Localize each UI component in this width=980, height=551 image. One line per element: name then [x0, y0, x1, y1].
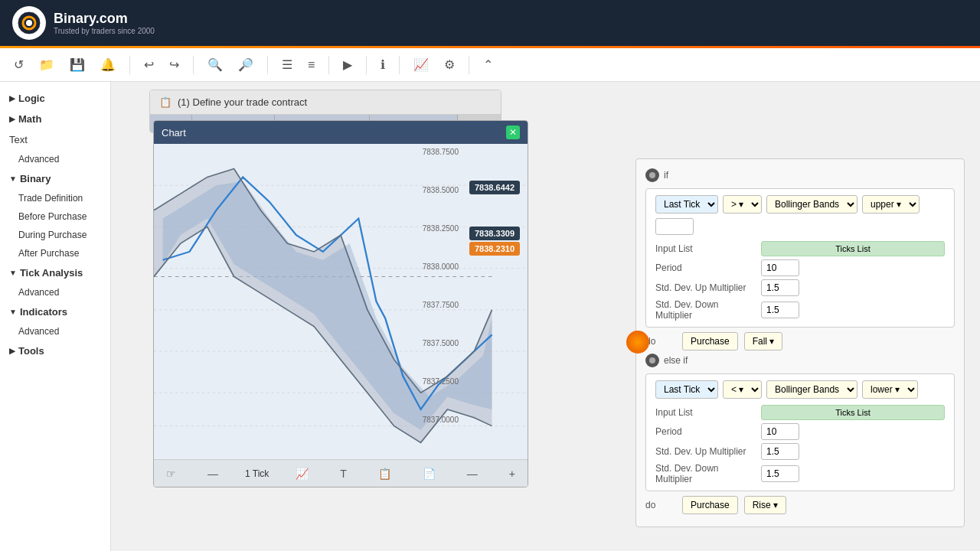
- trade-panel-icon: 📋: [159, 96, 172, 108]
- chart-title: Chart: [162, 127, 186, 139]
- sidebar-item-advanced-3[interactable]: Advanced: [0, 322, 110, 341]
- redo-button[interactable]: ↪: [165, 54, 184, 75]
- chart-tick-label: 1 Tick: [245, 468, 269, 479]
- rise-button[interactable]: Rise ▾: [744, 496, 786, 514]
- wrench-button[interactable]: ⚙: [439, 54, 459, 75]
- divider-6: [399, 56, 400, 74]
- if-indicator-select[interactable]: Bollinger Bands: [766, 195, 858, 214]
- alert-button[interactable]: 🔔: [96, 54, 120, 75]
- sidebar-item-after-purchase[interactable]: After Purchase: [0, 244, 110, 262]
- do-row-2: do Purchase Rise ▾: [645, 496, 955, 514]
- save-button[interactable]: 💾: [65, 54, 90, 75]
- caret-icon: ▼: [9, 269, 17, 277]
- chart-window: Chart ✕: [153, 120, 528, 487]
- if-std-down-input[interactable]: [761, 302, 799, 318]
- trade-panel-title: (1) Define your trade contract: [178, 96, 307, 108]
- else-input-list-label: Input List: [655, 407, 755, 418]
- y-label-4: 7838.0000: [423, 262, 459, 271]
- sidebar-item-math[interactable]: ▶ Math: [0, 109, 110, 129]
- chart-cursor-button[interactable]: ☞: [162, 466, 181, 481]
- sidebar-item-before-purchase[interactable]: Before Purchase: [0, 207, 110, 226]
- zoom-out-button[interactable]: 🔎: [234, 54, 258, 75]
- divider-4: [328, 56, 329, 74]
- chart-minus-button[interactable]: —: [203, 466, 223, 481]
- purchase-button-2[interactable]: Purchase: [682, 496, 738, 514]
- sidebar-item-logic[interactable]: ▶ Logic: [0, 88, 110, 109]
- chart-data-button[interactable]: 📋: [374, 466, 396, 481]
- sidebar-item-advanced-2[interactable]: Advanced: [0, 283, 110, 302]
- sidebar-item-tools[interactable]: ▶ Tools: [0, 341, 110, 361]
- sidebar-item-indicators[interactable]: ▼ Indicators: [0, 302, 110, 322]
- else-if-row: else if: [645, 354, 955, 367]
- chart-zoom-in-button[interactable]: +: [505, 466, 520, 481]
- else-std-up-label: Std. Dev. Up Multiplier: [655, 446, 755, 457]
- else-condition-row: Last Tick < ▾ Bollinger Bands lower ▾: [655, 380, 945, 399]
- caret-icon: ▼: [9, 174, 17, 183]
- sidebar-item-trade-definition[interactable]: Trade Definition: [0, 189, 110, 207]
- else-indicator-select[interactable]: Bollinger Bands: [766, 380, 858, 399]
- else-period-input[interactable]: [761, 423, 799, 440]
- if-std-up-input[interactable]: [761, 279, 799, 296]
- toolbar: ↺ 📁 💾 🔔 ↩ ↪ 🔍 🔎 ☰ ≡ ▶ ℹ 📈 ⚙ ⌃: [0, 48, 980, 82]
- fall-button[interactable]: Fall ▾: [744, 332, 783, 350]
- if-indicator-option-select[interactable]: upper ▾: [862, 195, 920, 214]
- sidebar-item-tick-analysis[interactable]: ▼ Tick Analysis: [0, 262, 110, 283]
- caret-icon: ▼: [9, 308, 17, 316]
- undo-button[interactable]: ↩: [139, 54, 158, 75]
- zoom-in-button[interactable]: 🔍: [203, 54, 227, 75]
- if-period-input[interactable]: [761, 259, 799, 276]
- y-label-2: 7838.5000: [423, 186, 459, 194]
- sidebar-item-during-purchase[interactable]: During Purchase: [0, 226, 110, 244]
- else-operator-select[interactable]: < ▾: [723, 380, 762, 399]
- if-operator-select[interactable]: > ▾: [723, 195, 762, 214]
- chart-line-type-button[interactable]: 📈: [291, 466, 313, 481]
- if-value-input[interactable]: [655, 218, 694, 235]
- if-condition-row: Last Tick > ▾ Bollinger Bands upper ▾: [655, 195, 945, 235]
- purchase-button-1[interactable]: Purchase: [682, 332, 738, 350]
- chart-close-button[interactable]: ✕: [506, 126, 520, 139]
- sidebar-item-advanced-1[interactable]: Advanced: [0, 150, 110, 168]
- chart-header: Chart ✕: [154, 121, 528, 144]
- caret-icon: ▶: [9, 94, 15, 103]
- chart-zoom-out-button[interactable]: —: [462, 466, 482, 481]
- y-label-6: 7837.5000: [423, 339, 459, 347]
- if-label: if: [664, 170, 694, 181]
- logo-icon: [12, 6, 46, 40]
- do-row-1: do Purchase Fall ▾: [645, 332, 955, 350]
- do-label-1: do: [645, 336, 676, 347]
- content-area: 📋 (1) Define your trade contract Market …: [111, 82, 980, 551]
- if-condition-block: Last Tick > ▾ Bollinger Bands upper ▾ In…: [645, 188, 955, 328]
- else-std-down-input[interactable]: [761, 465, 799, 482]
- else-ticks-list-button[interactable]: Ticks List: [761, 405, 945, 420]
- if-left-select[interactable]: Last Tick: [655, 195, 718, 214]
- svg-point-14: [649, 357, 655, 364]
- trade-panel-header: 📋 (1) Define your trade contract: [150, 90, 501, 115]
- else-if-circle-button[interactable]: [645, 354, 659, 367]
- info-button[interactable]: ℹ: [376, 54, 390, 75]
- menu-button[interactable]: ≡: [303, 55, 319, 75]
- folder-button[interactable]: 📁: [34, 54, 59, 75]
- list-button[interactable]: ☰: [277, 54, 297, 75]
- sidebar-item-binary[interactable]: ▼ Binary: [0, 168, 110, 189]
- brand-tagline: Trusted by traders since 2000: [54, 27, 155, 35]
- chart-line-button[interactable]: 📈: [409, 54, 433, 75]
- price-label-bot: 7838.2310: [469, 242, 520, 256]
- chart-text-button[interactable]: T: [335, 466, 351, 481]
- svg-point-2: [26, 20, 32, 26]
- chart-save-button[interactable]: 📄: [418, 466, 440, 481]
- expand-button[interactable]: ⌃: [479, 54, 498, 75]
- brand-name: Binary.com: [54, 11, 155, 27]
- y-label-5: 7837.7500: [423, 301, 459, 309]
- refresh-button[interactable]: ↺: [9, 54, 28, 75]
- if-ticks-list-button[interactable]: Ticks List: [761, 241, 945, 256]
- if-std-down-label: Std. Dev. Down Multiplier: [655, 299, 755, 321]
- do-label-2: do: [645, 500, 676, 510]
- sidebar-item-text[interactable]: Text: [0, 129, 110, 150]
- play-button[interactable]: ▶: [338, 54, 357, 75]
- if-circle-button[interactable]: [645, 168, 659, 182]
- svg-point-13: [649, 172, 655, 178]
- else-left-select[interactable]: Last Tick: [655, 380, 718, 399]
- caret-icon: ▶: [9, 347, 15, 355]
- else-indicator-option-select[interactable]: lower ▾: [862, 380, 918, 399]
- else-std-up-input[interactable]: [761, 443, 799, 460]
